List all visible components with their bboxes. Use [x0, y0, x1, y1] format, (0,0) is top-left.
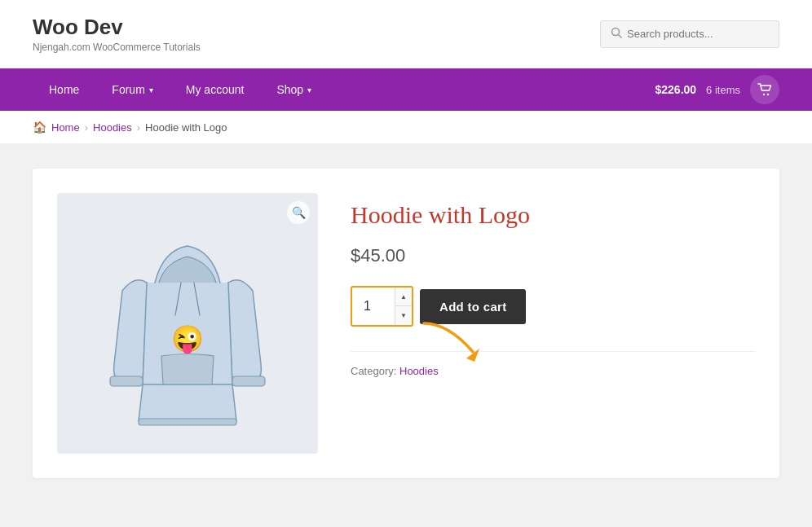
search-input[interactable] [627, 28, 769, 40]
nav-item-shop[interactable]: Shop ▾ [260, 68, 328, 111]
svg-rect-5 [232, 376, 265, 386]
svg-rect-6 [139, 419, 236, 425]
quantity-up-button[interactable]: ▲ [395, 288, 412, 306]
quantity-spinners: ▲ ▼ [395, 288, 412, 325]
product-meta: Category: Hoodies [351, 351, 755, 377]
hoodie-logo: 😜 [171, 323, 204, 354]
nav-links: Home Forum ▾ My account Shop ▾ [33, 68, 328, 111]
main-content: 🔍 [0, 144, 812, 503]
add-to-cart-row: ▲ ▼ Add to cart [351, 286, 755, 327]
svg-point-2 [763, 94, 765, 95]
svg-rect-4 [110, 376, 143, 386]
product-title: Hoodie with Logo [351, 201, 755, 229]
product-price: $45.00 [351, 245, 755, 266]
product-image: 😜 [98, 217, 277, 429]
product-card: 🔍 [33, 169, 779, 478]
breadcrumb-sep-1: › [85, 121, 88, 134]
annotation-arrow [416, 319, 489, 364]
breadcrumb-sep-2: › [137, 121, 140, 134]
forum-chevron-icon: ▾ [149, 86, 153, 94]
svg-point-3 [767, 94, 769, 95]
breadcrumb-bar: 🏠 Home › Hoodies › Hoodie with Logo [0, 111, 812, 144]
quantity-down-button[interactable]: ▼ [395, 306, 412, 325]
shop-chevron-icon: ▾ [307, 86, 311, 94]
search-icon [611, 27, 622, 42]
breadcrumb-category[interactable]: Hoodies [93, 121, 132, 134]
cart-items-label: 6 items [706, 84, 740, 96]
product-details: Hoodie with Logo $45.00 ▲ ▼ Add to cart [351, 193, 755, 454]
cart-basket-icon [757, 83, 772, 96]
home-icon: 🏠 [33, 121, 46, 134]
site-tagline: Njengah.com WooCommerce Tutorials [33, 42, 201, 53]
zoom-icon[interactable]: 🔍 [287, 201, 310, 224]
breadcrumb-current: Hoodie with Logo [145, 121, 227, 134]
cart-amount: $226.00 [655, 83, 696, 96]
site-branding: Woo Dev Njengah.com WooCommerce Tutorial… [33, 15, 201, 53]
cart-icon[interactable] [750, 75, 779, 104]
quantity-input[interactable] [352, 288, 395, 325]
quantity-wrapper: ▲ ▼ [351, 286, 413, 327]
arrow-annotation [416, 319, 489, 367]
product-image-wrap: 🔍 [57, 193, 318, 454]
category-label: Category: [351, 365, 396, 377]
svg-line-1 [619, 34, 622, 37]
site-header: Woo Dev Njengah.com WooCommerce Tutorial… [0, 0, 812, 68]
cart-area: $226.00 6 items [655, 75, 779, 104]
site-title: Woo Dev [33, 15, 201, 40]
nav-item-home[interactable]: Home [33, 68, 95, 111]
nav-item-forum[interactable]: Forum ▾ [95, 68, 169, 111]
site-nav: Home Forum ▾ My account Shop ▾ $226.00 6… [0, 68, 812, 111]
nav-item-myaccount[interactable]: My account [170, 68, 261, 111]
breadcrumb: 🏠 Home › Hoodies › Hoodie with Logo [33, 121, 779, 134]
breadcrumb-home[interactable]: Home [51, 121, 80, 134]
search-bar[interactable] [600, 20, 779, 48]
